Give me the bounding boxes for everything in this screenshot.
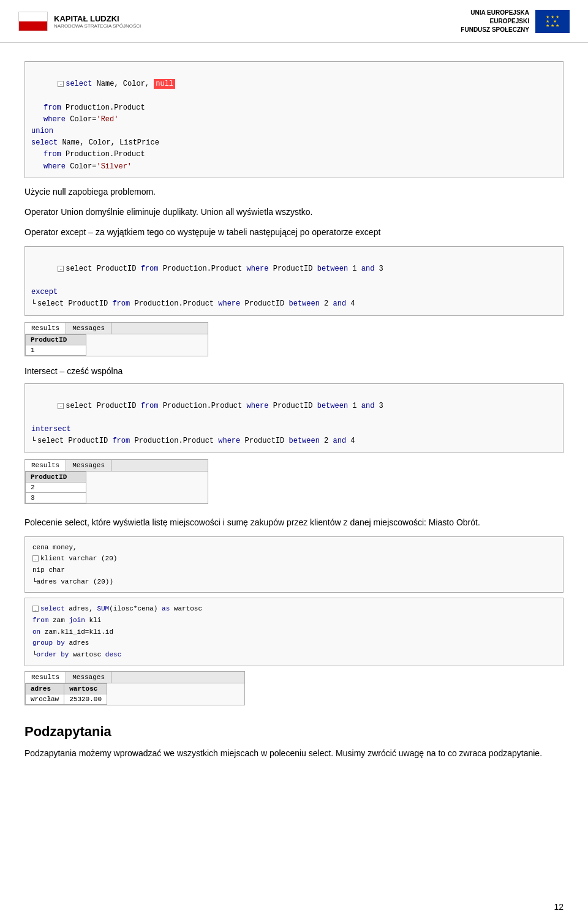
cell-val-3: 3 (26, 492, 86, 503)
collapse-icon-4 (32, 555, 39, 562)
results-container-1: Results Messages ProductID 1 (24, 322, 208, 356)
logo-left: KAPITAŁ LUDZKI NARODOWA STRATEGIA SPÓJNO… (18, 12, 141, 31)
sql-intersect-line-3: └select ProductID from Production.Produc… (31, 435, 557, 447)
sql-sum-line-4: group by adres (32, 637, 556, 649)
sql-except-line-3: └select ProductID from Production.Produc… (31, 298, 557, 310)
schema-line-2: klient varchar (20) (32, 553, 556, 565)
sql-line-1: select Name, Color, null (31, 67, 557, 102)
results-container-3: Results Messages adres wartosc Wrocław 2… (24, 671, 245, 705)
logo-subtitle: NARODOWA STRATEGIA SPÓJNOŚCI (54, 23, 141, 29)
col-header-wartosc: wartosc (64, 683, 107, 694)
results-tab-messages-2[interactable]: Messages (66, 460, 111, 471)
para-select-list: Polecenie select, które wyświetla listę … (24, 516, 564, 529)
eu-line1: UNIA EUROPEJSKA (461, 9, 529, 17)
sql-block-intersect: select ProductID from Production.Product… (24, 383, 564, 453)
cell-adres: Wrocław (26, 694, 64, 704)
page-number: 12 (554, 902, 564, 912)
logo-right: UNIA EUROPEJSKA EUROPEJSKI FUNDUSZ SPOŁE… (461, 9, 570, 34)
sql-intersect-line-1: select ProductID from Production.Product… (31, 389, 557, 424)
cell-wartosc: 25320.00 (64, 694, 107, 704)
logo-title: KAPITAŁ LUDZKI (54, 14, 141, 23)
table-row: 1 (26, 345, 86, 355)
sql-line-4: union (31, 126, 557, 137)
sql-except-line-1: select ProductID from Production.Product… (31, 252, 557, 287)
schema-line-4: └adres varchar (20)) (32, 576, 556, 588)
schema-line-3: nip char (32, 565, 556, 576)
col-header-productid-1: ProductID (26, 334, 86, 345)
table-row: Wrocław 25320.00 (26, 694, 107, 704)
results-container-2: Results Messages ProductID 2 3 (24, 459, 208, 504)
sql-except-line-2: except (31, 287, 557, 298)
para-except: Operator except – za wyjątkiem tego co w… (24, 226, 564, 239)
results-tab-results-3[interactable]: Results (25, 672, 66, 683)
sql-line-3: where Color='Red' (31, 114, 557, 126)
sql-line-5: select Name, Color, ListPrice (31, 137, 557, 149)
sql-line-2: from Production.Product (31, 102, 557, 114)
sql-sum-line-1: select adres, SUM(ilosc*cena) as wartosc (32, 603, 556, 615)
collapse-icon-2 (58, 266, 64, 272)
results-tab-messages-3[interactable]: Messages (66, 672, 111, 683)
results-table-2: ProductID 2 3 (25, 471, 86, 503)
sql-line-6: from Production.Product (31, 149, 557, 160)
cell-val-2: 2 (26, 482, 86, 492)
para-union: Operator Union domyślnie eliminuje dupli… (24, 206, 564, 219)
sql-sum-line-3: on zam.kli_id=kli.id (32, 626, 556, 638)
eu-text-block: UNIA EUROPEJSKA EUROPEJSKI FUNDUSZ SPOŁE… (461, 9, 529, 34)
cell-productid-1: 1 (26, 345, 86, 355)
results-tabs-2: Results Messages (25, 460, 208, 471)
sql-intersect-line-2: intersect (31, 424, 557, 435)
results-table-1: ProductID 1 (25, 334, 86, 356)
table-row: 2 (26, 482, 86, 492)
sql-block-sum: select adres, SUM(ilosc*cena) as wartosc… (24, 598, 564, 666)
results-tab-results-1[interactable]: Results (25, 323, 66, 334)
schema-block: cena money, klient varchar (20) nip char… (24, 536, 564, 593)
page-header: KAPITAŁ LUDZKI NARODOWA STRATEGIA SPÓJNO… (0, 0, 588, 43)
intersect-title: Intersect – cześć wspólna (24, 366, 564, 376)
results-tab-messages-1[interactable]: Messages (66, 323, 111, 334)
col-header-adres: adres (26, 683, 64, 694)
collapse-icon (58, 81, 64, 87)
results-tabs-3: Results Messages (25, 672, 244, 683)
table-row: 3 (26, 492, 86, 503)
eu-line3: FUNDUSZ SPOŁECZNY (461, 26, 529, 34)
collapse-icon-5 (32, 606, 39, 612)
results-table-3: adres wartosc Wrocław 25320.00 (25, 683, 107, 705)
main-content: select Name, Color, null from Production… (0, 43, 588, 804)
para-null: Użycie null zapobiega problemom. (24, 186, 564, 198)
eu-line2: EUROPEJSKI (461, 17, 529, 26)
results-tabs-1: Results Messages (25, 323, 208, 334)
collapse-icon-3 (58, 403, 64, 409)
results-tab-results-2[interactable]: Results (25, 460, 66, 471)
null-highlight: null (154, 79, 175, 89)
schema-line-1: cena money, (32, 542, 556, 554)
col-header-productid-2: ProductID (26, 471, 86, 482)
polish-flag-logo (18, 12, 48, 31)
eu-flag: ★ ★ ★★ ★★ ★ ★ (535, 10, 570, 33)
para-podzapytania: Podzapytania możemy wprowadzać we wszyst… (24, 747, 564, 760)
section-podzapytania: Podzapytania (24, 724, 564, 740)
logo-text-block: KAPITAŁ LUDZKI NARODOWA STRATEGIA SPÓJNO… (54, 14, 141, 29)
sql-sum-line-5: └order by wartosc desc (32, 649, 556, 661)
sql-block-except: select ProductID from Production.Product… (24, 246, 564, 316)
sql-sum-line-2: from zam join kli (32, 615, 556, 626)
sql-line-7: where Color='Silver' (31, 161, 557, 173)
sql-block-union: select Name, Color, null from Production… (24, 61, 564, 178)
